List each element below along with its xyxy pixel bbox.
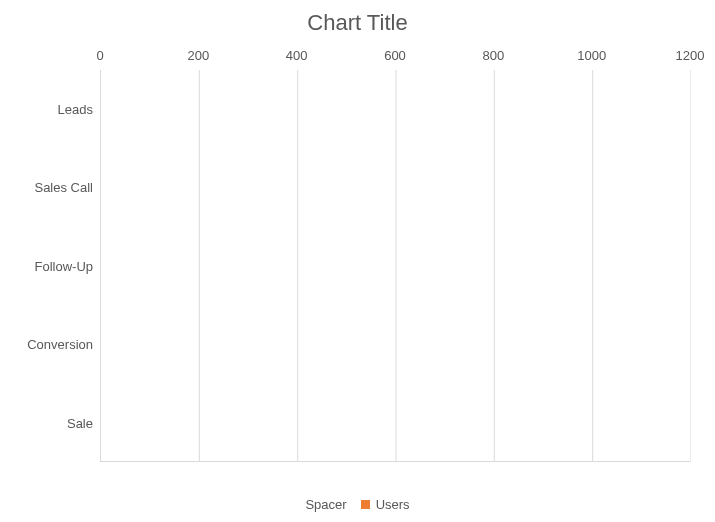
funnel-bar-chart: Chart Title 0 200 400 600 800 1000 1200 … [0,0,715,522]
y-tick: Follow-Up [34,259,93,274]
y-tick: Sales Call [34,180,93,195]
x-tick: 0 [96,48,103,63]
x-tick: 400 [286,48,308,63]
legend-item-users: Users [361,497,410,512]
legend-swatch-icon [361,500,370,509]
chart-title: Chart Title [0,10,715,36]
plot-area [100,70,690,462]
y-tick: Sale [67,416,93,431]
legend: Spacer Users [0,497,715,512]
x-tick: 600 [384,48,406,63]
y-tick: Leads [58,102,93,117]
x-tick: 200 [187,48,209,63]
legend-label: Users [376,497,410,512]
x-tick: 1200 [676,48,705,63]
legend-label: Spacer [305,497,346,512]
x-tick: 1000 [577,48,606,63]
y-tick: Conversion [27,337,93,352]
x-tick: 800 [482,48,504,63]
legend-item-spacer: Spacer [305,497,346,512]
gridlines [101,70,691,462]
